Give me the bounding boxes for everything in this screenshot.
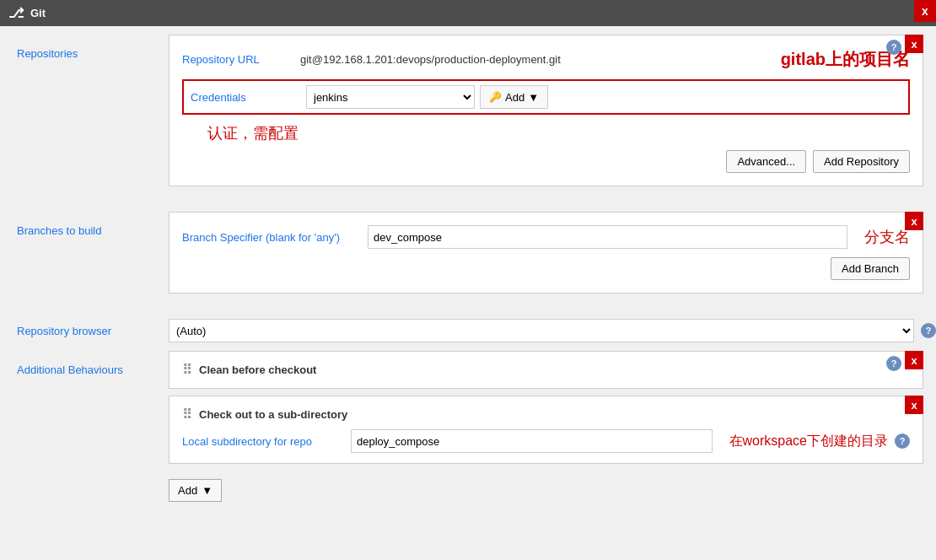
credentials-row: Credentials jenkins 🔑 Add ▼ (182, 79, 910, 115)
repo-browser-label: Repository browser (0, 325, 169, 337)
branch-specifier-label: Branch Specifier (blank for 'any') (182, 231, 368, 244)
clean-help-icon[interactable]: ? (886, 356, 901, 371)
add-repository-button[interactable]: Add Repository (813, 150, 910, 173)
add-dropdown-arrow: ▼ (528, 91, 539, 104)
add-dropdown-arrow2: ▼ (202, 484, 212, 497)
repositories-section: Repositories x ? Repository URL git@192.… (0, 26, 936, 212)
add-behaviour-button[interactable]: Add ▼ (169, 479, 222, 502)
branch-button-row: Add Branch (182, 257, 910, 280)
checkout-subdirectory-row: Local subdirectory for repo 在workspace下创… (182, 429, 910, 453)
checkout-behaviour-title: ⠿ Check out to a sub-directory (182, 407, 910, 423)
add-dropdown-section: Add ▼ (0, 475, 936, 506)
additional-behaviours-section: Additional Behaviours x ? ⠿ Clean before… (0, 351, 936, 471)
checkout-form-label: Local subdirectory for repo (182, 435, 351, 448)
branches-section: Branches to build x Branch Specifier (bl… (0, 212, 936, 319)
git-icon: ⎇ (8, 5, 24, 21)
repositories-label: Repositories (17, 47, 78, 60)
clean-before-checkout-box: x ? ⠿ Clean before checkout (169, 351, 923, 389)
credentials-select[interactable]: jenkins (306, 85, 475, 109)
repository-url-label: Repository URL (182, 53, 300, 66)
repositories-label-container: Repositories (0, 35, 169, 203)
branch-specifier-input[interactable] (368, 225, 847, 249)
clean-close-button[interactable]: x (905, 351, 923, 369)
repository-button-row: Advanced... Add Repository (182, 150, 910, 173)
additional-label-text: Additional Behaviours (17, 363, 123, 376)
repository-box: x ? Repository URL git@192.168.1.201:dev… (169, 35, 923, 186)
title-bar: ⎇ Git x (0, 0, 936, 26)
credentials-add-button[interactable]: 🔑 Add ▼ (480, 85, 548, 109)
add-button2-label: Add (178, 484, 197, 497)
repository-url-value: git@192.168.1.201:devops/production-depl… (300, 50, 768, 69)
branches-label-container: Branches to build (0, 212, 169, 310)
clean-title-text: Clean before checkout (199, 363, 316, 376)
repo-browser-select[interactable]: (Auto) (169, 319, 914, 342)
branches-close-button[interactable]: x (905, 212, 923, 230)
branch-specifier-row: Branch Specifier (blank for 'any') 分支名 (182, 225, 910, 249)
repository-close-button[interactable]: x (905, 35, 923, 53)
clean-behaviour-title: ⠿ Clean before checkout (182, 362, 910, 378)
drag-handle-clean: ⠿ (182, 362, 192, 378)
checkout-annotation: 在workspace下创建的目录 (729, 433, 888, 450)
main-window: ⎇ Git x Repositories x ? Repository URL … (0, 0, 936, 560)
add-button-label: Add (505, 91, 524, 104)
checkout-close-button[interactable]: x (905, 396, 923, 414)
checkout-title-text: Check out to a sub-directory (199, 408, 347, 421)
branches-box: x Branch Specifier (blank for 'any') 分支名… (169, 212, 923, 293)
checkout-subdirectory-box: x ⠿ Check out to a sub-directory Local s… (169, 396, 923, 464)
branches-label: Branches to build (17, 224, 101, 237)
branch-annotation: 分支名 (864, 227, 910, 247)
repositories-panel: x ? Repository URL git@192.168.1.201:dev… (169, 35, 936, 203)
drag-handle-checkout: ⠿ (182, 407, 192, 423)
repo-browser-help-icon[interactable]: ? (921, 323, 936, 338)
additional-behaviours-label: Additional Behaviours (0, 351, 169, 471)
add-branch-button[interactable]: Add Branch (831, 257, 910, 280)
behaviours-right-panel: x ? ⠿ Clean before checkout x ⠿ Check ou… (169, 351, 936, 471)
repo-browser-section: Repository browser (Auto) ? (0, 319, 936, 342)
branches-panel: x Branch Specifier (blank for 'any') 分支名… (169, 212, 936, 310)
advanced-button[interactable]: Advanced... (726, 150, 806, 173)
repository-help-icon[interactable]: ? (886, 40, 901, 55)
repository-url-row: Repository URL git@192.168.1.201:devops/… (182, 48, 910, 71)
credentials-wrapper: Credentials jenkins 🔑 Add ▼ 认证，需配置 (182, 79, 910, 143)
credentials-annotation: 认证，需配置 (207, 123, 910, 143)
credentials-label: Credentials (188, 91, 306, 104)
checkout-subdirectory-input[interactable] (351, 429, 713, 453)
window-title: Git (30, 7, 46, 19)
window-close-button[interactable]: x (914, 0, 936, 22)
key-icon: 🔑 (489, 91, 502, 103)
checkout-help-icon[interactable]: ? (895, 433, 910, 449)
